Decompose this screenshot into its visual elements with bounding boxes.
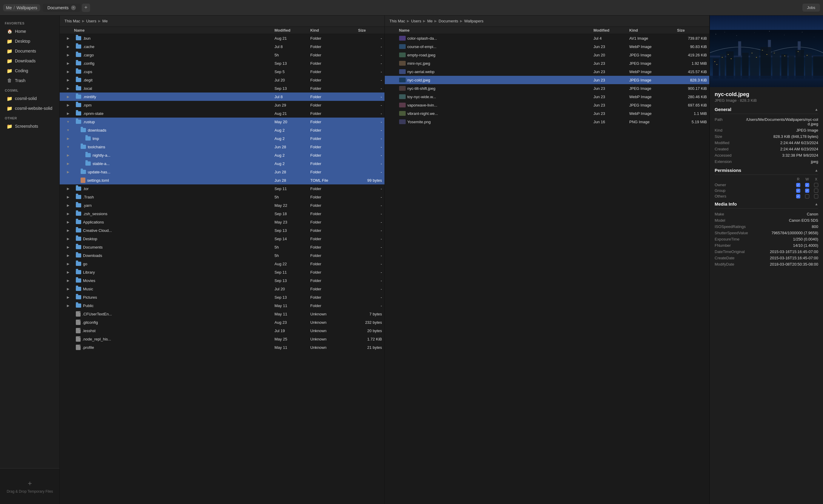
expand-button[interactable]: ▶: [62, 154, 74, 157]
expand-button[interactable]: ▶: [62, 295, 74, 299]
left-crumb-me[interactable]: Me: [103, 19, 108, 23]
documents-tab[interactable]: Documents ×: [43, 4, 80, 12]
right-file-row[interactable]: nyc-cold.jpeg Jun 23 JPEG Image 828.3 Ki…: [385, 76, 709, 84]
left-file-row[interactable]: ▶ .Trash 5h Folder -: [60, 193, 384, 201]
left-file-row[interactable]: ▶ Library Sep 11 Folder -: [60, 268, 384, 276]
expand-button[interactable]: ▶: [62, 195, 74, 199]
left-file-row[interactable]: ▶ .config Sep 13 Folder -: [60, 59, 384, 67]
left-file-row[interactable]: ▶ Documents 5h Folder -: [60, 243, 384, 251]
sidebar-item-screenshots[interactable]: 📁 Screenshots: [2, 121, 57, 131]
jobs-button[interactable]: Jobs: [802, 4, 820, 12]
left-file-row[interactable]: ▶ Creative Cloud... Sep 13 Folder -: [60, 226, 384, 235]
left-file-row[interactable]: ▶ .cups Sep 5 Folder -: [60, 67, 384, 76]
left-file-row[interactable]: ▶ update-has... Jun 28 Folder -: [60, 168, 384, 176]
left-col-kind[interactable]: Kind: [310, 28, 358, 32]
right-crumb-me[interactable]: Me: [427, 19, 433, 23]
expand-button[interactable]: ▶: [62, 245, 74, 249]
expand-button[interactable]: ▶: [62, 95, 74, 99]
media-section-header[interactable]: Media Info ▲: [715, 201, 818, 209]
left-file-row[interactable]: ▼ downloads Aug 2 Folder -: [60, 126, 384, 134]
left-file-row[interactable]: ▶ .local Sep 13 Folder -: [60, 84, 384, 92]
tab-close-button[interactable]: ×: [71, 5, 76, 10]
left-file-row[interactable]: .gitconfig Aug 23 Unknown 232 bytes: [60, 318, 384, 326]
sidebar-item-cosmil-website-solid[interactable]: 📁 cosmil-website-solid: [2, 103, 57, 113]
right-file-row[interactable]: course-of-empi... Jun 23 WebP Image 90.8…: [385, 42, 709, 51]
expand-button[interactable]: ▶: [62, 204, 74, 207]
right-crumb-documents[interactable]: Documents: [439, 19, 458, 23]
left-file-row[interactable]: ▶ .cache Jul 8 Folder -: [60, 42, 384, 51]
expand-button[interactable]: ▶: [62, 61, 74, 65]
left-file-row[interactable]: ▶ Pictures Sep 13 Folder -: [60, 293, 384, 301]
left-file-row[interactable]: settings.toml Jun 28 TOML File 99 bytes: [60, 176, 384, 185]
expand-button[interactable]: ▶: [62, 170, 74, 174]
others-r-checkbox[interactable]: [796, 194, 800, 199]
left-file-row[interactable]: ▶ .bun Aug 21 Folder -: [60, 34, 384, 42]
expand-button[interactable]: ▼: [62, 128, 74, 132]
right-file-row[interactable]: empty-road.jpeg Jun 20 JPEG Image 419.26…: [385, 51, 709, 59]
left-file-row[interactable]: ▶ nightly-a... Aug 2 Folder -: [60, 151, 384, 159]
breadcrumb-wallpapers[interactable]: Wallpapers: [16, 5, 37, 10]
expand-button[interactable]: ▶: [62, 254, 74, 258]
expand-button[interactable]: ▼: [62, 120, 74, 123]
left-file-row[interactable]: ▶ Public May 11 Folder -: [60, 301, 384, 310]
right-crumb-thismac[interactable]: This Mac: [389, 19, 405, 23]
left-file-row[interactable]: ▶ .cargo 5h Folder -: [60, 51, 384, 59]
left-file-row[interactable]: .lesshst Jul 19 Unknown 20 bytes: [60, 326, 384, 335]
left-file-row[interactable]: ▶ .degit Jul 20 Folder -: [60, 76, 384, 84]
expand-button[interactable]: ▶: [62, 45, 74, 49]
left-file-row[interactable]: ▶ go Aug 22 Folder -: [60, 260, 384, 268]
others-w-checkbox[interactable]: [805, 194, 809, 199]
expand-button[interactable]: ▶: [62, 220, 74, 224]
expand-button[interactable]: ▶: [62, 70, 74, 74]
sidebar-item-coding[interactable]: 📁 Coding: [2, 66, 57, 75]
expand-button[interactable]: ▶: [62, 78, 74, 82]
expand-button[interactable]: ▶: [62, 111, 74, 115]
right-file-row[interactable]: vaporwave-livin... Jun 23 JPEG Image 697…: [385, 101, 709, 109]
expand-button[interactable]: ▶: [62, 187, 74, 191]
right-col-kind[interactable]: Kind: [629, 28, 677, 32]
expand-button[interactable]: ▶: [62, 137, 74, 141]
right-file-row[interactable]: nyc-tilt-shift.jpeg Jun 23 JPEG Image 90…: [385, 84, 709, 92]
left-crumb-thismac[interactable]: This Mac: [64, 19, 80, 23]
left-col-size[interactable]: Size: [358, 28, 382, 32]
expand-button[interactable]: ▶: [62, 270, 74, 274]
right-crumb-users[interactable]: Users: [411, 19, 421, 23]
expand-button[interactable]: ▶: [62, 287, 74, 291]
left-file-row[interactable]: .CFUserTextEn... May 11 Unknown 7 bytes: [60, 310, 384, 318]
group-r-checkbox[interactable]: [796, 189, 800, 193]
left-file-row[interactable]: .profile May 11 Unknown 21 bytes: [60, 343, 384, 351]
left-file-row[interactable]: ▶ .npnm-state Aug 21 Folder -: [60, 109, 384, 117]
left-file-row[interactable]: ▶ Downloads 5h Folder -: [60, 251, 384, 260]
right-file-row[interactable]: Yosemite.png Jun 16 PNG Image 5.19 MiB: [385, 117, 709, 126]
owner-w-checkbox[interactable]: [805, 183, 809, 187]
expand-button[interactable]: ▶: [62, 237, 74, 241]
sidebar-item-trash[interactable]: 🗑 Trash: [2, 76, 57, 85]
expand-button[interactable]: ▶: [62, 304, 74, 308]
left-file-row[interactable]: ▶ Desktop Sep 14 Folder -: [60, 235, 384, 243]
left-file-row[interactable]: ▶ Applications May 23 Folder -: [60, 218, 384, 226]
left-file-row[interactable]: ▶ .yarn May 22 Folder -: [60, 201, 384, 210]
group-w-checkbox[interactable]: [805, 189, 809, 193]
right-col-name[interactable]: Name: [399, 28, 594, 32]
breadcrumb-tab[interactable]: Me / Wallpapers: [3, 4, 40, 11]
left-file-row[interactable]: .node_repl_his... May 25 Unknown 1.72 Ki…: [60, 335, 384, 343]
drop-zone[interactable]: + Drag & Drop Temporary Files: [0, 468, 60, 504]
expand-button[interactable]: ▶: [62, 229, 74, 232]
right-crumb-wallpapers[interactable]: Wallpapers: [464, 19, 484, 23]
right-file-row[interactable]: toy-nyc-wide.w... Jun 23 WebP Image 280.…: [385, 92, 709, 101]
sidebar-item-downloads[interactable]: 📁 Downloads: [2, 56, 57, 66]
expand-button[interactable]: ▶: [62, 53, 74, 57]
expand-button[interactable]: ▼: [62, 145, 74, 149]
left-file-row[interactable]: ▶ Movies Sep 13 Folder -: [60, 276, 384, 285]
expand-button[interactable]: ▶: [62, 103, 74, 107]
right-file-row[interactable]: color-splash-da... Jul 4 AV1 Image 739.8…: [385, 34, 709, 42]
permissions-section-header[interactable]: Permissions ▲: [715, 168, 818, 175]
left-file-row[interactable]: ▶ stable-a... Aug 2 Folder -: [60, 159, 384, 168]
sidebar-item-home[interactable]: 🏠 Home: [2, 27, 57, 36]
left-file-row[interactable]: ▶ .npm Jun 29 Folder -: [60, 101, 384, 109]
right-file-row[interactable]: mini-nyc.jpeg Jun 23 JPEG Image 1.92 MiB: [385, 59, 709, 67]
expand-button[interactable]: ▶: [62, 162, 74, 166]
left-file-row[interactable]: ▼ .rustup May 20 Folder -: [60, 117, 384, 126]
right-col-size[interactable]: Size: [677, 28, 707, 32]
left-crumb-users[interactable]: Users: [86, 19, 97, 23]
